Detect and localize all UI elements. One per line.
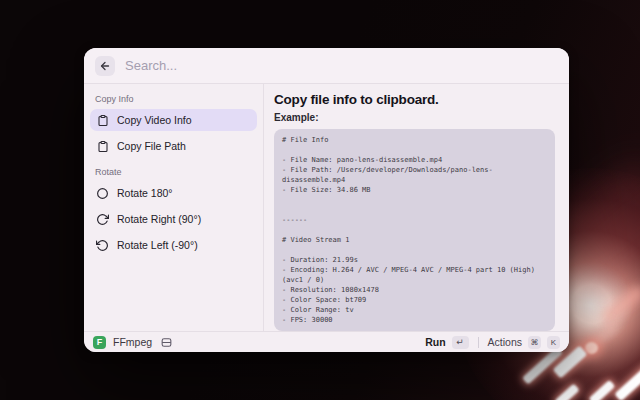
extension-name: FFmpeg: [113, 336, 152, 348]
sidebar-item-label: Copy File Path: [117, 140, 186, 152]
actions-button[interactable]: Actions ⌘ K: [488, 336, 560, 349]
footer-divider: [478, 337, 479, 348]
arrow-left-icon: [99, 60, 111, 72]
footer-bar: F FFmpeg Run ↵ Actions ⌘ K: [84, 331, 569, 352]
sidebar: Copy Info Copy Video Info Copy File Path…: [84, 84, 264, 331]
window-body: Copy Info Copy Video Info Copy File Path…: [84, 84, 569, 331]
section-label-rotate: Rotate: [90, 161, 257, 182]
detail-pane: Copy file info to clipboard. Example: # …: [264, 84, 569, 331]
disk-icon: [160, 336, 173, 349]
detail-title: Copy file info to clipboard.: [274, 92, 555, 108]
back-button[interactable]: [95, 56, 115, 76]
sidebar-item-label: Rotate Left (-90°): [117, 239, 198, 251]
bokeh-dot: [585, 342, 598, 354]
ffmpeg-app-icon: F: [93, 336, 106, 349]
sidebar-item-rotate-right[interactable]: Rotate Right (90°): [90, 208, 257, 230]
sidebar-item-label: Rotate 180°: [117, 187, 173, 199]
rotate-clockwise-icon: [96, 213, 109, 226]
run-button[interactable]: Run ↵: [425, 336, 468, 349]
search-input[interactable]: Search...: [125, 58, 177, 73]
rotate-counterclockwise-icon: [96, 239, 109, 252]
clipboard-icon: [96, 114, 109, 127]
sidebar-item-copy-file-path[interactable]: Copy File Path: [90, 135, 257, 157]
launcher-window: Search... Copy Info Copy Video Info Copy…: [84, 48, 569, 352]
search-bar: Search...: [84, 48, 569, 84]
circle-icon: [96, 187, 109, 200]
example-label: Example:: [274, 112, 555, 124]
command-key-icon: ⌘: [528, 336, 541, 349]
section-label-copy-info: Copy Info: [90, 88, 257, 109]
sidebar-item-label: Copy Video Info: [117, 114, 192, 126]
sidebar-item-rotate-left[interactable]: Rotate Left (-90°): [90, 234, 257, 256]
clipboard-icon: [96, 140, 109, 153]
code-block[interactable]: # File Info - File Name: pano-lens-disas…: [274, 129, 555, 331]
k-key-icon: K: [547, 336, 560, 349]
run-label: Run: [425, 336, 445, 348]
code-text: # File Info - File Name: pano-lens-disas…: [282, 135, 547, 325]
sidebar-item-label: Rotate Right (90°): [117, 213, 201, 225]
sidebar-item-copy-video-info[interactable]: Copy Video Info: [90, 109, 257, 131]
actions-label: Actions: [488, 336, 522, 348]
sidebar-item-rotate-180[interactable]: Rotate 180°: [90, 182, 257, 204]
return-key-icon: ↵: [452, 336, 469, 349]
